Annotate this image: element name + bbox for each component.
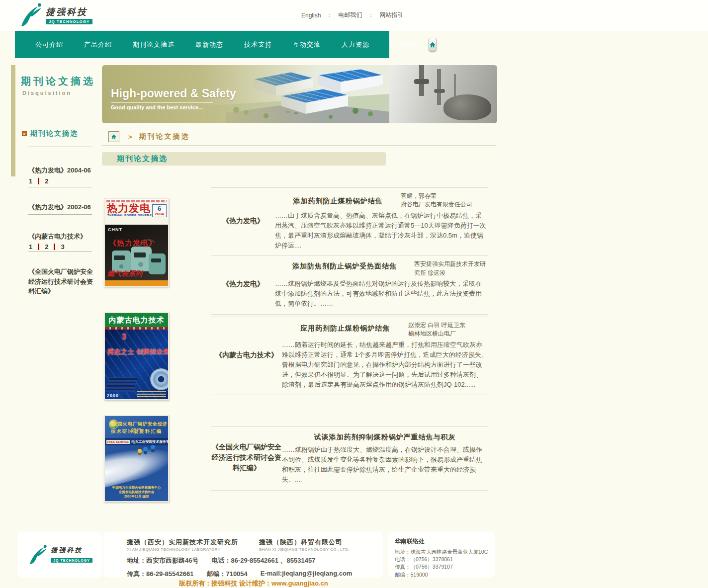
sidebar-journal-relifadian-2002[interactable]: 《热力发电》2002-06: [28, 202, 95, 212]
banner-subtitle: Good quality and the best service...: [111, 102, 213, 110]
article-row: 《热力发电》 添加药剂防止煤粉锅炉结焦 菅耀，郭存荣 府谷电厂发电有限责任公司 …: [211, 187, 488, 255]
nav-item-news[interactable]: 最新动态: [185, 40, 234, 49]
org-name-en: SHAN XI JIEQIANG TECHNOLOGY CO., LTD.: [259, 547, 350, 552]
cover-tiny-text-strip: [137, 391, 166, 397]
sidebar-accent-bar: [11, 65, 15, 176]
breadcrumb-home-button[interactable]: [108, 131, 119, 142]
breadcrumb-divider: [102, 145, 496, 146]
link-site-guide[interactable]: 网站指引: [379, 11, 403, 19]
south-office-fax: 传真：（0756）3379107: [395, 563, 495, 571]
footer-email-link[interactable]: E-mail:jieqiang@jieqiang.com: [261, 570, 353, 579]
nav-item-tech-support[interactable]: 技术支持: [234, 40, 282, 49]
cover-footer-line: 中国电力企业联合会科技服务中心: [105, 486, 168, 490]
page-separator: [38, 178, 39, 184]
article-abstract: ……随着运行时间的延长，结焦越来越严重，打焦和用压缩空气吹灰亦难以维持正常运行，…: [282, 340, 488, 390]
link-english[interactable]: English: [301, 12, 321, 19]
worker-figure: [143, 447, 148, 451]
designer-site-link[interactable]: www.guangjiao.cn: [271, 580, 328, 587]
breadcrumb-arrow: >: [128, 133, 132, 141]
page-link-1[interactable]: 1: [29, 243, 32, 251]
logo-swoosh-icon: [18, 2, 44, 28]
journal-name: 《内蒙古电力技术》: [211, 320, 282, 390]
header-divider: [393, 0, 393, 58]
banner-industrial-photo: [389, 65, 497, 123]
cover-issue-year: 2004: [153, 212, 166, 216]
article-authors: 赵崇宏 白羽 呼延卫东 榆林地区横山电厂: [408, 320, 488, 338]
nav-item-products[interactable]: 产品介绍: [74, 40, 122, 49]
banner-text: High-powered & Safety Good quality and t…: [111, 87, 236, 110]
footer-phone: 电话：86-29-85542661 、85531457: [211, 556, 315, 565]
steam-spray-photo: [104, 439, 169, 490]
author-line: 西安捷强实用新技术开发研究所 徐远浚: [414, 260, 488, 277]
affiliation-line: 府谷电厂发电有限责任公司: [401, 200, 488, 209]
sidebar-journal-neimenggu[interactable]: 《内蒙古电力技术》: [28, 232, 95, 242]
home-icon: [111, 134, 117, 140]
footer-logo-text-cn: 捷强科技: [51, 546, 92, 555]
logo-swoosh-icon: [27, 544, 49, 566]
cover-issue-box: 6 2004: [152, 204, 167, 217]
nav-item-company-intro[interactable]: 公司介绍: [25, 40, 74, 49]
south-office-phone: 电话：（0756）3378061: [395, 556, 495, 563]
nav-item-journal-digest[interactable]: 期刊论文摘选: [122, 40, 185, 49]
journal-cover-neimenggu: 内蒙古电力技术 3 搏志之士 创辉煌未来 2000: [104, 312, 169, 400]
site-logo[interactable]: 捷强科技 JQ TECHNOLOGY: [18, 2, 92, 28]
article-list-neimenggu: 《内蒙古电力技术》 应用药剂防止煤粉锅炉结焦 赵崇宏 白羽 呼延卫东 榆林地区横…: [211, 317, 488, 395]
sidebar-item-journal-digest[interactable]: » 期刊论文摘选: [22, 129, 78, 138]
page: 捷强科技 JQ TECHNOLOGY English ： 电邮我们 ： 网站指引…: [0, 0, 708, 588]
sidebar-divider: [28, 214, 92, 215]
article-abstract: ……煤粉锅炉由于热强度大、燃烧温度高，在锅炉设计不合理、或操作不到位、或煤质发生…: [282, 445, 488, 485]
nav-item-interaction[interactable]: 互动交流: [282, 40, 331, 49]
journal-name: 《热力发电》: [211, 259, 275, 309]
page-separator: [38, 244, 39, 250]
journal-name: 《热力发电》: [211, 191, 275, 251]
sidebar-divider: [28, 187, 92, 187]
page-link-3[interactable]: 3: [61, 243, 64, 251]
affiliation-line: 榆林地区横山电厂: [408, 330, 488, 338]
logo-text-cn: 捷强科技: [46, 6, 88, 18]
article-title: 应用药剂防止煤粉锅炉结焦: [282, 320, 408, 333]
page-link-2[interactable]: 2: [45, 177, 48, 185]
breadcrumb: > 期刊论文摘选: [102, 129, 497, 145]
cover-footer-line: 2000年12月 编印: [105, 495, 168, 499]
nav-item-agency[interactable]: 代理合作: [380, 40, 429, 49]
page-link-1[interactable]: 1: [29, 177, 32, 185]
article-title: 添加药剂防止煤粉锅炉结焦: [275, 191, 401, 206]
cover-title-line2: 技术研讨会资料汇编: [105, 428, 168, 435]
footer-logo-box: 捷强科技 JQ TECHNOLOGY: [17, 532, 102, 578]
link-email-us[interactable]: 电邮我们: [338, 11, 362, 19]
article-abstract: ……煤粉锅炉燃烧器及受热面结焦对锅炉的运行及传热影响较大，采取在煤中添加防焦剂的…: [275, 279, 488, 309]
sidebar-divider: [28, 251, 92, 252]
nav-item-hr[interactable]: 人力资源: [331, 40, 380, 49]
cover-masthead: 内蒙古电力技术: [105, 313, 168, 327]
sidebar-pagination: 1 2 3: [29, 243, 65, 251]
page-separator: [54, 244, 55, 250]
worker-figure: [138, 449, 142, 453]
footer-org1: 捷强（西安）实用新技术开发研究所 XI AN JIEQIANG TECHNOLO…: [127, 538, 238, 552]
article-authors: 西安捷强实用新技术开发研究所 徐远浚: [414, 259, 488, 277]
breadcrumb-current: 期刊论文摘选: [139, 132, 190, 141]
article-list-thermal-power: 《热力发电》 添加药剂防止煤粉锅炉结焦 菅耀，郭存荣 府谷电厂发电有限责任公司 …: [211, 187, 488, 315]
footer-fax: 传真：86-29-85542661: [127, 570, 193, 579]
footer-zip: 邮编：710054: [206, 570, 247, 579]
cover-slogan: 搏志之士 创辉煌未来: [107, 347, 168, 356]
journal-cover-proceedings: 全国火电厂锅炉安全经济运行 技术研讨会资料汇编 FULL SERVICE 电力工…: [104, 415, 169, 502]
logo-text-en: JQ TECHNOLOGY: [46, 19, 92, 24]
main-nav: 公司介绍 产品介绍 期刊论文摘选 最新动态 技术支持 互动交流 人力资源 代理合…: [15, 31, 389, 58]
author-line: 赵崇宏 白羽 呼延卫东: [408, 321, 488, 330]
cd-photo: [150, 368, 168, 390]
sidebar-journal-relifadian-2004[interactable]: 《热力发电》2004-06: [28, 166, 95, 175]
cover-year: 2000: [107, 393, 119, 398]
link-separator: ：: [327, 11, 332, 19]
footer-contact-box: 捷强（西安）实用新技术开发研究所 XI AN JIEQIANG TECHNOLO…: [103, 532, 383, 578]
sidebar-pagination: 1 2: [29, 177, 48, 185]
home-button[interactable]: [429, 38, 437, 52]
cover-watermark: 《热力发电》: [109, 239, 157, 248]
sidebar-item-label: 期刊论文摘选: [30, 129, 78, 138]
section-title-bar: 期刊论文摘选: [102, 152, 386, 166]
org-name-cn: 捷强（陕西）科贸有限公司: [259, 538, 350, 547]
sidebar-journal-proceedings[interactable]: 《全国火电厂锅炉安全经济运行技术研讨会资料汇编》: [28, 267, 95, 296]
copyright: 版权所有：接强科技 设计维护：www.guangjiao.cn: [0, 579, 507, 588]
page-link-2[interactable]: 2: [45, 243, 48, 251]
footer-logo-text-en: JQ TECHNOLOGY: [51, 558, 92, 563]
article-row: 《内蒙古电力技术》 应用药剂防止煤粉锅炉结焦 赵崇宏 白羽 呼延卫东 榆林地区横…: [211, 317, 488, 395]
